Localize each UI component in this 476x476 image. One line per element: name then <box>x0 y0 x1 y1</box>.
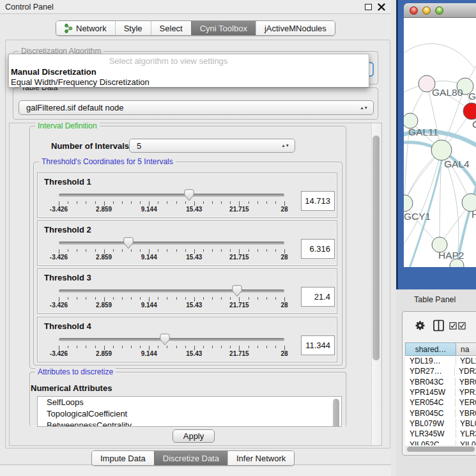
table-row[interactable]: YIL052CYIL0 <box>405 439 476 445</box>
tab-style[interactable]: Style <box>115 21 151 35</box>
dropdown-item-equal-width-frequency[interactable]: Equal Width/Frequency Discretization <box>11 77 150 87</box>
attributes-list-scrollbar-thumb[interactable] <box>333 399 339 427</box>
table-row[interactable]: YPR145WYPR1 <box>405 387 476 397</box>
slider-tick-label: 21.715 <box>229 350 249 357</box>
close-icon[interactable] <box>378 3 385 11</box>
slider-tick-label: 21.715 <box>229 206 249 213</box>
slider-thumb[interactable] <box>160 334 170 346</box>
slider-tick-label: 9.144 <box>141 254 157 261</box>
slider-tick <box>212 249 213 252</box>
threshold-value-input[interactable]: 21.4 <box>301 287 335 307</box>
threshold-slider-track[interactable] <box>59 338 284 341</box>
slider-tick <box>86 346 86 348</box>
network-node[interactable] <box>463 103 476 119</box>
gear-icon[interactable] <box>414 319 426 332</box>
apply-button[interactable]: Apply <box>173 429 215 443</box>
numerical-attributes-heading: Numerical Attributes <box>31 383 112 393</box>
network-node-label: C <box>472 119 476 130</box>
table-row[interactable]: YDR27…YDR2 <box>405 366 476 376</box>
slider-thumb[interactable] <box>123 237 134 249</box>
attribute-list-item[interactable]: TopologicalCoefficient <box>38 408 341 420</box>
network-window-titlebar[interactable] <box>404 3 476 18</box>
slider-tick-label: 15.43 <box>186 302 202 309</box>
slider-tick <box>149 346 150 350</box>
slider-tick <box>113 249 114 252</box>
slider-tick <box>266 297 267 300</box>
tab-infer-network[interactable]: Infer Network <box>227 451 294 465</box>
threshold-value-input[interactable]: 11.344 <box>301 335 335 355</box>
tab-jactivemnodules[interactable]: jActiveMNodules <box>256 21 335 35</box>
tab-network-label: Network <box>76 24 107 33</box>
slider-tick <box>68 297 68 300</box>
table-row[interactable]: YBL079WYBL0 <box>405 418 476 429</box>
slider-tick <box>122 249 123 252</box>
attribute-list-item[interactable]: BetweennessCentrality <box>38 420 341 427</box>
threshold-value-input[interactable]: 14.713 <box>301 191 335 211</box>
network-canvas[interactable]: GAL80GACGAL11GAL4GCY1HHAP2 <box>404 18 476 267</box>
slider-tick-label: 28 <box>280 302 288 309</box>
slider-tick <box>266 249 267 252</box>
slider-tick <box>239 346 240 350</box>
settings-scrollbar-thumb[interactable] <box>372 135 380 360</box>
cell-shared-name: YDR27… <box>405 367 455 376</box>
slider-tick <box>86 201 86 204</box>
slider-tick <box>284 249 285 254</box>
table-row[interactable]: YDL19…YDL1 <box>405 356 476 366</box>
slider-tick <box>59 201 59 206</box>
slider-tick <box>230 201 231 204</box>
slider-thumb[interactable] <box>184 189 194 201</box>
slider-tick <box>167 346 167 348</box>
slider-tick <box>185 249 186 252</box>
slider-tick-label: 28 <box>280 206 288 213</box>
tab-impute-data[interactable]: Impute Data <box>92 451 154 465</box>
slider-tick <box>77 201 77 204</box>
table-data-combobox[interactable]: galFiltered.sif default node ▲▼ <box>19 100 374 115</box>
minimize-traffic-light[interactable] <box>422 6 431 15</box>
slider-tick <box>158 201 158 204</box>
slider-tick <box>95 346 96 348</box>
slider-tick <box>86 297 86 300</box>
threshold-panel-3: Threshold 3-3.4262.8599.14415.4321.71528… <box>37 268 337 314</box>
slider-tick <box>203 201 204 204</box>
column-header-shared-name[interactable]: shared… <box>405 342 456 356</box>
slider-tick <box>230 297 231 300</box>
threshold-slider-track[interactable] <box>59 242 284 245</box>
slider-tick-label: -3.426 <box>50 350 68 357</box>
slider-tick <box>140 297 141 300</box>
threshold-value-input[interactable]: 6.316 <box>301 239 335 259</box>
threshold-slider-track[interactable] <box>59 194 284 197</box>
table-row[interactable]: YBR045CYBR0 <box>405 408 476 418</box>
column-header-name[interactable]: na <box>456 342 476 356</box>
column-header-label: na <box>461 345 469 354</box>
float-window-icon[interactable] <box>365 4 372 10</box>
close-traffic-light[interactable] <box>410 6 418 15</box>
threshold-slider-track[interactable] <box>59 289 284 293</box>
panel-tabstrip: Network Style Select Cyni Toolbox jActiv… <box>56 20 335 36</box>
split-columns-icon[interactable] <box>433 319 444 332</box>
table-hscrollbar-thumb[interactable] <box>407 447 475 452</box>
table-row[interactable]: YER054CYER0 <box>405 397 476 408</box>
table-row[interactable]: YLR345WYLR3 <box>405 429 476 439</box>
checkbox-icon[interactable] <box>458 322 466 330</box>
zoom-traffic-light[interactable] <box>435 6 443 15</box>
network-node[interactable] <box>431 140 452 160</box>
network-node[interactable] <box>404 195 413 211</box>
table-hscrollbar-track[interactable] <box>405 445 476 454</box>
below-window-area <box>0 465 391 476</box>
tab-network[interactable]: Network <box>56 21 115 35</box>
window-title: Control Panel <box>5 3 54 12</box>
slider-thumb[interactable] <box>232 285 242 297</box>
tab-select[interactable]: Select <box>151 21 191 35</box>
tab-style-label: Style <box>124 24 142 33</box>
checkbox-icon[interactable] <box>449 322 457 330</box>
tab-cyni-toolbox[interactable]: Cyni Toolbox <box>191 21 256 35</box>
table-row[interactable]: YBR043CYBR0 <box>405 377 476 387</box>
slider-tick <box>185 346 186 348</box>
dropdown-hint-item: Select algorithm to view settings <box>9 56 369 66</box>
slider-tick <box>185 201 186 204</box>
dropdown-item-manual-discretization[interactable]: Manual Discretization <box>11 67 96 77</box>
attribute-list-item[interactable]: SelfLoops <box>38 397 341 408</box>
slider-tick <box>176 201 177 204</box>
tab-discretize-data[interactable]: Discretize Data <box>154 451 227 465</box>
num-intervals-combobox[interactable]: 5 ▲▼ <box>129 139 295 153</box>
